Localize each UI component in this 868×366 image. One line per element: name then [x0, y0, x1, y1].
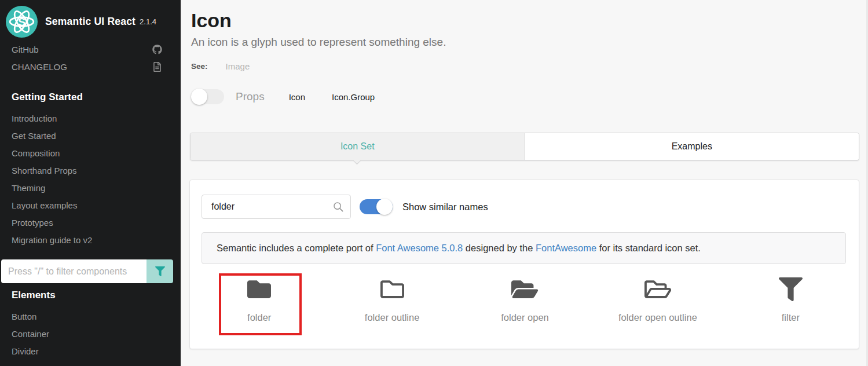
sidebar: S Semantic UI React 2.1.4 GitHub CHANGEL… — [0, 0, 181, 366]
file-icon — [152, 62, 162, 72]
folder-solid-icon — [247, 277, 271, 301]
message-text: designed by the — [463, 243, 536, 254]
icon-cell-folder-open-outline[interactable]: folder open outline — [591, 277, 724, 323]
svg-text:S: S — [18, 16, 25, 28]
filter-button[interactable] — [147, 259, 173, 283]
menu-item-icon-group[interactable]: Icon.Group — [332, 92, 375, 102]
show-similar-toggle-knob — [376, 199, 393, 215]
icon-label: folder outline — [325, 312, 458, 323]
sidebar-item-github[interactable]: GitHub — [0, 41, 181, 58]
icon-cell-folder[interactable]: folder — [193, 277, 325, 323]
props-toggle-knob — [191, 89, 207, 105]
icon-label: folder open outline — [591, 312, 724, 323]
main-content: Icon An icon is a glyph used to represen… — [181, 0, 868, 366]
icon-label: filter — [724, 312, 857, 323]
semantic-ui-react-logo-icon: S — [6, 6, 38, 38]
sidebar-item-container[interactable]: Container — [0, 325, 181, 342]
icon-label: folder — [193, 312, 325, 323]
tab-icon-set[interactable]: Icon Set — [191, 133, 525, 160]
sidebar-item-composition[interactable]: Composition — [0, 144, 181, 162]
filter-icon — [779, 277, 803, 301]
link-fontawesome[interactable]: FontAwesome — [536, 243, 596, 254]
sidebar-item-migration-guide[interactable]: Migration guide to v2 — [0, 231, 181, 248]
filter-icon — [155, 266, 165, 276]
sidebar-item-layout-examples[interactable]: Layout examples — [0, 196, 181, 214]
github-icon — [152, 45, 162, 54]
changelog-label: CHANGELOG — [12, 62, 67, 72]
sidebar-item-theming[interactable]: Theming — [0, 179, 181, 196]
show-similar-toggle[interactable] — [360, 199, 393, 214]
see-also-row: See: Image — [191, 61, 250, 71]
logo-link[interactable]: S Semantic UI React 2.1.4 — [6, 6, 156, 38]
icon-search — [202, 195, 351, 219]
tab-bar: Icon Set Examples — [190, 133, 859, 160]
search-icon — [333, 202, 343, 212]
fontawesome-message: Semantic includes a complete port of Fon… — [202, 232, 846, 264]
see-link-image[interactable]: Image — [226, 61, 250, 71]
message-text: for its standard icon set. — [596, 243, 701, 254]
folder-open-solid-icon — [511, 277, 538, 301]
folder-open-outline-icon — [644, 277, 671, 301]
section-title-elements: Elements — [12, 290, 56, 301]
tab-examples[interactable]: Examples — [525, 133, 859, 160]
message-text: Semantic includes a complete port of — [217, 243, 376, 254]
sidebar-item-get-started[interactable]: Get Started — [0, 127, 181, 144]
github-label: GitHub — [12, 45, 39, 54]
sidebar-item-button[interactable]: Button — [0, 308, 181, 325]
sidebar-item-changelog[interactable]: CHANGELOG — [0, 58, 181, 75]
sidebar-item-introduction[interactable]: Introduction — [0, 109, 181, 127]
folder-outline-icon — [380, 277, 404, 301]
component-filter-input[interactable] — [1, 259, 147, 283]
active-tab-pointer-icon — [353, 156, 362, 165]
icon-cell-folder-open[interactable]: folder open — [459, 277, 591, 323]
sidebar-item-prototypes[interactable]: Prototypes — [0, 214, 181, 231]
page-subtitle: An icon is a glyph used to represent som… — [191, 36, 446, 49]
app-version: 2.1.4 — [140, 17, 156, 26]
icon-cell-filter[interactable]: filter — [724, 277, 857, 323]
component-filter — [1, 259, 173, 283]
page-title: Icon — [191, 9, 232, 32]
sidebar-item-divider[interactable]: Divider — [0, 342, 181, 360]
menu-item-icon[interactable]: Icon — [289, 92, 305, 102]
section-title-getting-started: Getting Started — [12, 92, 83, 103]
icon-results-grid: folder folder outline folder open folder… — [193, 277, 857, 323]
icon-cell-folder-outline[interactable]: folder outline — [325, 277, 458, 323]
props-row: Props Icon Icon.Group — [191, 89, 375, 105]
props-toggle[interactable] — [191, 89, 224, 104]
show-similar-row: Show similar names — [360, 199, 488, 214]
link-font-awesome-version[interactable]: Font Awesome 5.0.8 — [376, 243, 463, 254]
icon-label: folder open — [459, 312, 591, 323]
props-toggle-label: Props — [236, 90, 265, 103]
see-label: See: — [191, 62, 208, 71]
show-similar-label[interactable]: Show similar names — [402, 202, 488, 213]
icon-search-input[interactable] — [202, 195, 351, 219]
app-title: Semantic UI React — [45, 16, 135, 28]
icon-set-panel: Show similar names Semantic includes a c… — [189, 180, 859, 349]
sidebar-item-shorthand-props[interactable]: Shorthand Props — [0, 162, 181, 179]
